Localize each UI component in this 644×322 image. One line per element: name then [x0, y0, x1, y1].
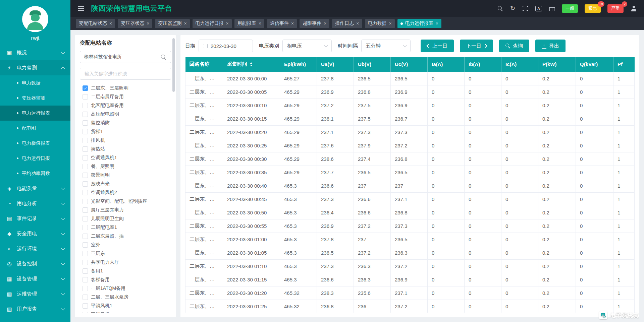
circuit-item-25[interactable]: 二层、三层水泵房	[83, 293, 171, 302]
next-day-button[interactable]: 下一日	[460, 40, 493, 52]
circuit-item-10[interactable]: 餐、厨照明	[83, 162, 171, 171]
sidebar-item-8[interactable]: ◎设备控制	[0, 256, 70, 271]
table-row-8[interactable]: 二层东、三...2022-03-30 00:35465.29237.7236.5…	[185, 166, 635, 179]
circuit-checkbox[interactable]	[83, 146, 88, 152]
circuit-item-21[interactable]: 共享电力大厅	[83, 258, 171, 267]
table-row-4[interactable]: 二层东、三...2022-03-30 00:15465.29238.1237.5…	[185, 112, 635, 125]
circuit-item-11[interactable]: 夜景照明	[83, 171, 171, 180]
circuit-item-1[interactable]: 二层东、三层照明	[83, 84, 171, 92]
station-search-button[interactable]	[156, 51, 171, 63]
time-interval-select[interactable]: 五分钟	[361, 40, 411, 52]
tree-scrollbar-thumb[interactable]	[172, 38, 175, 92]
circuit-item-2[interactable]: 二层南展厅备用	[83, 92, 171, 101]
circuit-item-8[interactable]: 换热站	[83, 145, 171, 153]
table-row-11[interactable]: 二层东、三...2022-03-30 00:50465.3236.4236.62…	[185, 206, 635, 219]
circuit-checkbox[interactable]	[83, 260, 88, 265]
table-row-15[interactable]: 二层东、三...2022-03-30 01:10465.3237.3236.32…	[185, 259, 635, 273]
sidebar-subitem-2[interactable]: 变压器监测	[0, 90, 70, 106]
circuit-filter-input[interactable]	[80, 68, 171, 80]
voltage-type-select[interactable]: 相电压	[282, 40, 332, 52]
prev-day-button[interactable]: 上一日	[421, 40, 454, 52]
sidebar-item-9[interactable]: ▦设备管理	[0, 271, 70, 286]
circuit-item-18[interactable]: 二层东展照、插	[83, 232, 171, 241]
tab-4[interactable]: 电力运行日报×	[193, 19, 232, 28]
circuit-item-3[interactable]: 北区配电室备用	[83, 101, 171, 110]
date-picker[interactable]: 2022-03-30	[199, 40, 253, 52]
circuit-checkbox[interactable]	[83, 173, 88, 178]
circuit-item-9[interactable]: 空调通风机1	[83, 153, 171, 162]
circuit-checkbox[interactable]	[83, 286, 88, 291]
tab-3[interactable]: 变压器监测×	[155, 19, 190, 28]
circuit-checkbox[interactable]	[83, 164, 88, 169]
circuit-item-5[interactable]: 监控消防	[83, 119, 171, 127]
sidebar-item-4[interactable]: ◔用电分析	[0, 196, 70, 211]
language-icon[interactable]: A	[535, 6, 542, 11]
circuit-checkbox[interactable]	[83, 129, 88, 134]
sidebar-item-7[interactable]: ◐运行环境	[0, 241, 70, 256]
table-row-3[interactable]: 二层东、三...2022-03-30 00:10465.29237.2237.5…	[185, 99, 635, 112]
alarm-general-button[interactable]: 一般	[562, 4, 578, 13]
circuit-checkbox[interactable]	[83, 312, 88, 313]
user-icon[interactable]	[631, 6, 637, 11]
close-tab-icon[interactable]: ×	[389, 21, 392, 26]
close-tab-icon[interactable]: ×	[109, 21, 112, 26]
circuit-checkbox[interactable]	[83, 295, 88, 300]
query-button[interactable]: 查询	[499, 40, 529, 52]
sidebar-subitem-3[interactable]: 电力运行报表	[0, 106, 70, 121]
sidebar-subitem-5[interactable]: 电力极值报表	[0, 136, 70, 151]
sidebar-item-1[interactable]: ▣概况	[0, 45, 70, 60]
circuit-checkbox[interactable]	[83, 138, 88, 143]
table-row-16[interactable]: 二层东、三...2022-03-30 01:15465.3236.6236.32…	[185, 273, 635, 286]
tab-9[interactable]: 电力数据×	[365, 19, 395, 28]
circuit-checkbox[interactable]	[83, 234, 88, 239]
tab-6[interactable]: 通信事件×	[267, 19, 297, 28]
close-tab-icon[interactable]: ×	[184, 21, 186, 26]
sidebar-item-10[interactable]: ▩运维管理	[0, 286, 70, 302]
circuit-checkbox[interactable]	[83, 242, 88, 248]
circuit-item-23[interactable]: 客梯备用	[83, 275, 171, 284]
export-button[interactable]: 导出	[535, 40, 566, 52]
circuit-item-17[interactable]: 二层配电室1	[83, 223, 171, 232]
circuit-item-20[interactable]: 三层东	[83, 249, 171, 258]
table-row-7[interactable]: 二层东、三...2022-03-30 00:30465.29238.6237.4…	[185, 152, 635, 166]
sidebar-item-11[interactable]: ▧用户报告	[0, 302, 70, 317]
circuit-checkbox[interactable]	[83, 251, 88, 256]
alarm-urgent-button[interactable]: 紧急18	[585, 4, 601, 13]
circuit-item-7[interactable]: 排风机	[83, 136, 171, 145]
circuit-checkbox[interactable]	[83, 199, 88, 204]
table-row-10[interactable]: 二层东、三...2022-03-30 00:45465.3237.3236.62…	[185, 192, 635, 206]
sidebar-item-2[interactable]: ⚡电力监测	[0, 60, 70, 75]
table-row-5[interactable]: 二层东、三...2022-03-30 00:20465.29237.1237.3…	[185, 125, 635, 139]
close-tab-icon[interactable]: ×	[147, 21, 149, 26]
circuit-checkbox[interactable]	[83, 277, 88, 282]
alarm-severe-button[interactable]: 严重2	[607, 4, 624, 13]
close-tab-icon[interactable]: ×	[291, 21, 294, 26]
close-tab-icon[interactable]: ×	[436, 21, 438, 26]
tab-10[interactable]: 电力运行报表×	[397, 19, 441, 28]
sidebar-subitem-4[interactable]: 配电图	[0, 121, 70, 136]
search-icon[interactable]	[498, 6, 503, 11]
circuit-item-16[interactable]: 儿展照明卫生间	[83, 214, 171, 223]
close-tab-icon[interactable]: ×	[259, 21, 261, 26]
circuit-checkbox[interactable]	[83, 94, 88, 100]
circuit-checkbox[interactable]	[83, 207, 88, 213]
sidebar-item-5[interactable]: ▤事件记录	[0, 211, 70, 226]
tab-2[interactable]: 变压器状态×	[118, 19, 152, 28]
table-row-13[interactable]: 二层东、三...2022-03-30 01:00465.3237.8237236…	[185, 233, 635, 246]
circuit-item-4[interactable]: 高压配电照明	[83, 110, 171, 119]
tab-8[interactable]: 操作日志×	[332, 19, 362, 28]
circuit-item-19[interactable]: 室外	[83, 241, 171, 249]
circuit-checkbox[interactable]	[83, 303, 88, 309]
sidebar-subitem-1[interactable]: 电力数据	[0, 75, 70, 90]
circuit-item-26[interactable]: 平消风机1	[83, 302, 171, 310]
station-search-input[interactable]	[80, 51, 156, 63]
fullscreen-icon[interactable]	[523, 6, 528, 11]
circuit-checkbox[interactable]	[83, 103, 88, 108]
circuit-item-24[interactable]: 一层1ATQM备用	[83, 284, 171, 293]
circuit-checkbox[interactable]	[83, 225, 88, 230]
sidebar-item-6[interactable]: ◆安全用电	[0, 226, 70, 241]
refresh-icon[interactable]: ↻	[510, 5, 515, 11]
table-row-9[interactable]: 二层东、三...2022-03-30 00:40465.3236.6237237…	[185, 179, 635, 192]
circuit-checkbox[interactable]	[83, 112, 88, 117]
circuit-item-27[interactable]: 平消风机2	[83, 310, 171, 313]
